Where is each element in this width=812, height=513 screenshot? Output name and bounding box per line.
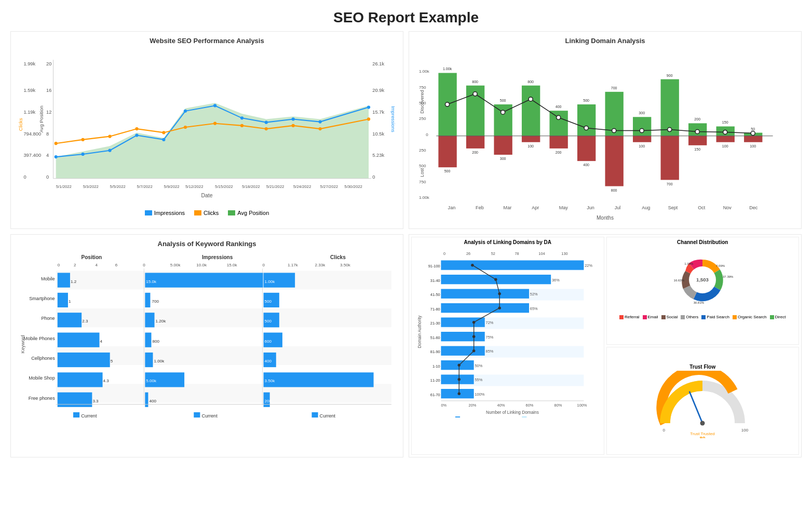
svg-point-54: [240, 124, 243, 127]
svg-point-145: [751, 131, 755, 136]
svg-text:5/1/2022: 5/1/2022: [56, 184, 72, 189]
svg-point-48: [82, 138, 85, 141]
svg-rect-109: [438, 136, 456, 168]
linking-domain-title: Linking Domain Analysis: [416, 37, 794, 45]
legend-direct: Direct: [770, 315, 786, 319]
svg-text:80%: 80%: [554, 403, 562, 408]
svg-text:Oct: Oct: [698, 205, 706, 210]
svg-rect-266: [441, 289, 529, 299]
svg-rect-131: [744, 136, 762, 142]
svg-rect-176: [58, 273, 70, 287]
svg-text:No. of Linking Domains: No. of Linking Domains: [462, 417, 501, 418]
svg-text:Avg Position: Avg Position: [39, 106, 44, 133]
svg-text:Clicks: Clicks: [18, 118, 23, 131]
svg-point-51: [162, 131, 165, 134]
svg-point-43: [265, 121, 268, 124]
svg-text:700: 700: [152, 299, 159, 304]
svg-text:Keyword: Keyword: [20, 335, 25, 353]
clicks-color: [194, 210, 201, 215]
svg-point-49: [108, 135, 111, 138]
svg-text:1.00k: 1.00k: [154, 359, 165, 363]
svg-point-50: [135, 127, 138, 130]
svg-text:0: 0: [23, 174, 26, 180]
svg-rect-119: [577, 136, 596, 161]
legend-impressions: Impressions: [145, 210, 185, 216]
svg-text:500: 500: [265, 319, 272, 323]
svg-text:1-10: 1-10: [432, 364, 440, 369]
keyword-rankings-card: Analysis of Keyword Rankings Position Im…: [10, 234, 403, 457]
svg-text:Aug: Aug: [642, 205, 650, 210]
svg-rect-171: [56, 327, 391, 346]
svg-rect-169: [56, 290, 391, 308]
svg-text:31-40: 31-40: [430, 278, 440, 283]
svg-text:1.00k: 1.00k: [265, 279, 276, 284]
svg-point-47: [55, 142, 58, 145]
legend-clicks: Clicks: [194, 210, 219, 216]
svg-text:100%: 100%: [475, 392, 485, 397]
svg-text:200: 200: [694, 117, 700, 121]
svg-text:800: 800: [611, 188, 617, 192]
svg-text:200: 200: [265, 399, 272, 403]
svg-text:5/27/2022: 5/27/2022: [320, 184, 339, 189]
svg-text:500: 500: [583, 99, 589, 102]
svg-text:0: 0: [46, 174, 49, 180]
svg-rect-268: [441, 303, 529, 313]
legend-paid: Paid Search: [701, 315, 729, 319]
svg-point-36: [82, 153, 85, 156]
svg-rect-198: [145, 333, 151, 347]
svg-text:900: 900: [667, 74, 673, 77]
svg-text:Dec: Dec: [749, 205, 758, 210]
svg-text:60%: 60%: [526, 403, 534, 408]
svg-rect-91: [522, 86, 540, 136]
svg-point-305: [700, 421, 705, 425]
svg-text:11-20: 11-20: [430, 378, 440, 383]
svg-rect-117: [549, 136, 567, 148]
svg-text:5/30/2022: 5/30/2022: [344, 184, 362, 189]
svg-text:91-100: 91-100: [428, 264, 440, 268]
svg-text:Apr: Apr: [532, 205, 539, 210]
svg-point-44: [292, 117, 295, 120]
legend-social: Social: [661, 315, 678, 319]
svg-text:0: 0: [443, 251, 445, 256]
svg-text:80: 80: [700, 435, 706, 438]
svg-text:Impressions: Impressions: [202, 254, 233, 260]
svg-text:1.2: 1.2: [71, 279, 77, 284]
svg-text:Smartphone: Smartphone: [29, 296, 55, 301]
svg-point-42: [240, 116, 243, 119]
svg-text:Phone: Phone: [41, 316, 55, 321]
svg-text:5/12/2022: 5/12/2022: [185, 184, 204, 189]
svg-text:Number of Linking Domains: Number of Linking Domains: [486, 410, 539, 415]
svg-text:Current: Current: [201, 413, 218, 419]
svg-text:Mar: Mar: [504, 205, 512, 210]
dashboard: Website SEO Performance Analysis 1.99k 1…: [0, 31, 812, 463]
svg-text:50%: 50%: [475, 363, 483, 368]
svg-text:5/9/2022: 5/9/2022: [164, 184, 179, 189]
svg-text:5/15/2022: 5/15/2022: [215, 184, 233, 189]
keyword-chart-area: Position Impressions Clicks 0 2 4 6 0 5.…: [18, 250, 396, 437]
svg-point-136: [501, 110, 505, 114]
svg-rect-170: [56, 308, 391, 327]
keyword-chart-title: Analysis of Keyword Rankings: [18, 240, 396, 248]
svg-text:600: 600: [265, 339, 272, 344]
channel-distribution-panel: Channel Distribution 1,503: [606, 237, 800, 345]
svg-text:130: 130: [561, 251, 567, 256]
seo-chart-area: 1.99k 1.59k 1.19k 794.800 397.400 0 20 1…: [18, 47, 396, 208]
svg-text:51-60: 51-60: [430, 335, 440, 340]
svg-point-283: [494, 278, 497, 281]
svg-text:37.39%: 37.39%: [723, 275, 734, 278]
svg-text:4.3: 4.3: [103, 379, 110, 383]
svg-rect-123: [633, 136, 651, 142]
svg-point-286: [472, 321, 476, 324]
svg-text:65%: 65%: [530, 306, 538, 311]
legend-organic: Organic Search: [733, 315, 767, 319]
svg-text:0: 0: [426, 132, 428, 137]
channel-legend: Referral Email Social Others Paid Search…: [619, 315, 786, 319]
svg-line-304: [689, 391, 702, 423]
svg-text:Sept: Sept: [668, 205, 678, 210]
seo-performance-card: Website SEO Performance Analysis 1.99k 1…: [10, 31, 403, 229]
svg-text:5/21/2022: 5/21/2022: [266, 184, 285, 189]
svg-text:12: 12: [46, 110, 51, 115]
svg-rect-204: [145, 393, 148, 407]
svg-text:800: 800: [472, 80, 478, 84]
svg-rect-280: [441, 389, 473, 398]
